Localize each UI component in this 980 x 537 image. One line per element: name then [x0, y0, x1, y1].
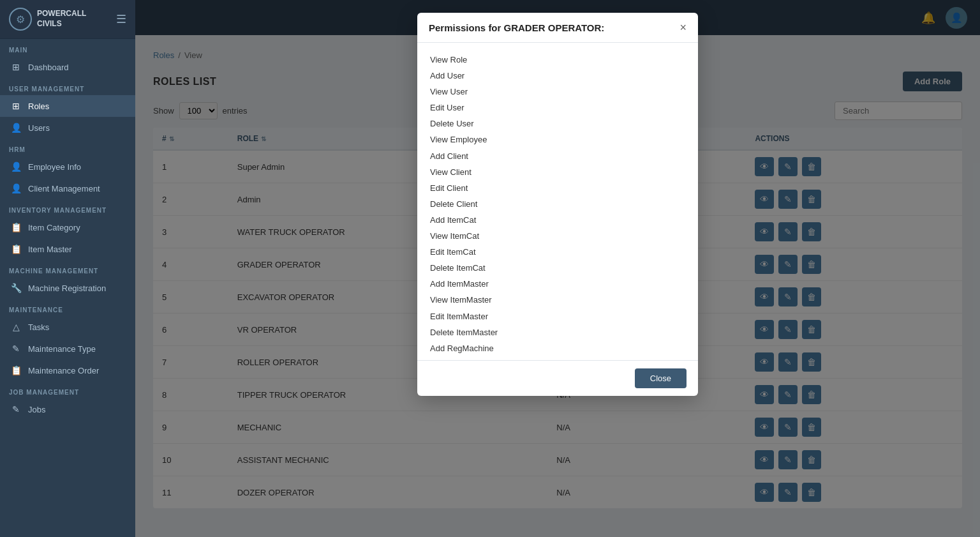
permission-item: View Client: [430, 165, 685, 179]
permission-item: View Role: [430, 53, 685, 67]
sidebar-item-label: Dashboard: [28, 63, 69, 72]
permission-item: Delete ItemMaster: [430, 326, 685, 340]
sidebar-section-label-hrm: HRM: [0, 139, 135, 156]
sidebar-section-label-job: JOB MANAGEMENT: [0, 381, 135, 398]
logo-text: POWERCALLCIVILS: [37, 9, 86, 29]
permission-item: Add RegMachine: [430, 342, 685, 356]
sidebar-item-label: Item Master: [28, 245, 72, 254]
sidebar: ⚙ POWERCALLCIVILS ☰ MAIN ⊞ Dashboard USE…: [0, 0, 135, 537]
sidebar-item-label: Tasks: [28, 322, 49, 332]
maintenance-order-icon: 📋: [10, 365, 22, 375]
sidebar-item-label: Machine Registration: [28, 284, 106, 293]
sidebar-section-main: MAIN ⊞ Dashboard: [0, 39, 135, 78]
permission-item: Delete User: [430, 117, 685, 131]
tasks-icon: △: [10, 322, 22, 332]
main-content: 🔔 👤 Roles / View ROLES LIST Add Role Sho…: [135, 0, 980, 537]
sidebar-item-jobs[interactable]: ✎ Jobs: [0, 398, 135, 420]
permission-item: Edit Client: [430, 181, 685, 195]
item-category-icon: 📋: [10, 222, 22, 232]
permission-item: View User: [430, 85, 685, 99]
modal-footer: Close: [417, 360, 698, 396]
permission-item: Edit ItemMaster: [430, 310, 685, 324]
sidebar-section-label-machine: MACHINE MANAGEMENT: [0, 260, 135, 277]
sidebar-item-maintenance-type[interactable]: ✎ Maintenance Type: [0, 338, 135, 359]
sidebar-section-label-inventory: INVENTORY MANAGEMENT: [0, 199, 135, 216]
sidebar-section-hrm: HRM 👤 Employee Info 👤 Client Management: [0, 139, 135, 199]
users-icon: 👤: [10, 123, 22, 133]
sidebar-item-maintenance-order[interactable]: 📋 Maintenance Order: [0, 359, 135, 381]
roles-icon: ⊞: [10, 101, 22, 111]
permission-item: View Employee: [430, 133, 685, 147]
jobs-icon: ✎: [10, 404, 22, 414]
sidebar-item-item-category[interactable]: 📋 Item Category: [0, 216, 135, 238]
sidebar-item-users[interactable]: 👤 Users: [0, 117, 135, 139]
permission-item: Delete ItemCat: [430, 261, 685, 275]
modal-header: Permissions for GRADER OPERATOR: ×: [417, 13, 698, 43]
sidebar-item-label: Maintenance Order: [28, 366, 99, 375]
item-master-icon: 📋: [10, 244, 22, 254]
sidebar-item-item-master[interactable]: 📋 Item Master: [0, 238, 135, 260]
machine-icon: 🔧: [10, 283, 22, 293]
sidebar-section-maintenance: MAINTENANCE △ Tasks ✎ Maintenance Type 📋…: [0, 299, 135, 381]
modal-body: View RoleAdd UserView UserEdit UserDelet…: [417, 43, 698, 360]
permission-item: View ItemMaster: [430, 293, 685, 307]
logo-icon: ⚙: [9, 8, 32, 31]
permission-item: Edit User: [430, 101, 685, 115]
sidebar-item-client-management[interactable]: 👤 Client Management: [0, 178, 135, 199]
sidebar-item-label: Employee Info: [28, 162, 81, 172]
dashboard-icon: ⊞: [10, 62, 22, 72]
sidebar-item-machine-registration[interactable]: 🔧 Machine Registration: [0, 277, 135, 299]
sidebar-logo: ⚙ POWERCALLCIVILS: [9, 8, 86, 31]
sidebar-item-employee-info[interactable]: 👤 Employee Info: [0, 156, 135, 178]
sidebar-section-label-user-mgmt: USER MANAGEMENT: [0, 78, 135, 95]
permission-item: Add Client: [430, 149, 685, 163]
sidebar-section-inventory: INVENTORY MANAGEMENT 📋 Item Category 📋 I…: [0, 199, 135, 260]
permission-item: Add ItemMaster: [430, 277, 685, 291]
sidebar-section-job: JOB MANAGEMENT ✎ Jobs: [0, 381, 135, 420]
maintenance-type-icon: ✎: [10, 344, 22, 354]
modal-close-btn[interactable]: Close: [635, 368, 687, 388]
modal-overlay: Permissions for GRADER OPERATOR: × View …: [135, 0, 980, 537]
sidebar-item-label: Jobs: [28, 405, 45, 414]
sidebar-section-machine: MACHINE MANAGEMENT 🔧 Machine Registratio…: [0, 260, 135, 299]
sidebar-item-label: Maintenance Type: [28, 344, 96, 354]
sidebar-header: ⚙ POWERCALLCIVILS ☰: [0, 0, 135, 39]
sidebar-item-dashboard[interactable]: ⊞ Dashboard: [0, 56, 135, 78]
employee-icon: 👤: [10, 162, 22, 172]
hamburger-icon[interactable]: ☰: [116, 12, 126, 26]
permission-item: Add ItemCat: [430, 213, 685, 227]
sidebar-item-label: Roles: [28, 102, 49, 111]
sidebar-item-tasks[interactable]: △ Tasks: [0, 316, 135, 338]
sidebar-section-label-maintenance: MAINTENANCE: [0, 299, 135, 316]
sidebar-item-roles[interactable]: ⊞ Roles: [0, 95, 135, 117]
permission-item: View ItemCat: [430, 229, 685, 243]
client-icon: 👤: [10, 183, 22, 193]
modal-title: Permissions for GRADER OPERATOR:: [429, 22, 604, 33]
permission-item: Edit ItemCat: [430, 245, 685, 259]
permission-item: Add User: [430, 69, 685, 83]
sidebar-item-label: Client Management: [28, 184, 100, 193]
sidebar-section-label-main: MAIN: [0, 39, 135, 56]
sidebar-item-label: Item Category: [28, 223, 80, 232]
permissions-modal: Permissions for GRADER OPERATOR: × View …: [417, 13, 698, 396]
modal-close-button[interactable]: ×: [679, 22, 687, 33]
sidebar-item-label: Users: [28, 123, 50, 133]
permission-item: Delete Client: [430, 197, 685, 211]
sidebar-section-user-management: USER MANAGEMENT ⊞ Roles 👤 Users: [0, 78, 135, 139]
